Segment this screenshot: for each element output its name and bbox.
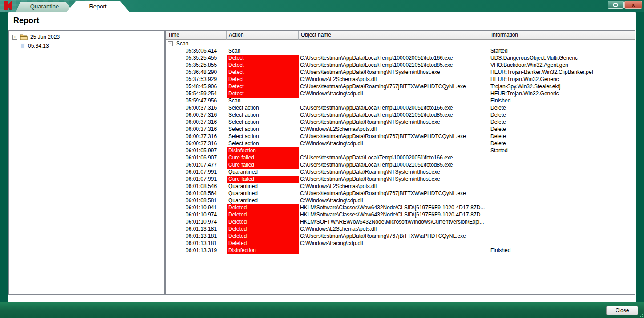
cell-time: 06:01:07.991	[186, 176, 227, 183]
table-row[interactable]: 06:01:13.181DeletedC:\Users\testman\AppD…	[166, 233, 635, 240]
cell-action: Disinfection	[227, 247, 299, 254]
table-row[interactable]: 05:59:47.956ScanFinished	[166, 98, 635, 105]
collapse-icon[interactable]: −	[168, 41, 173, 46]
cell-action: Deleted	[227, 233, 299, 240]
table-row[interactable]: 06:01:07.477Cure failedC:\Users\testman\…	[166, 162, 635, 169]
cell-action: Cure failed	[227, 155, 299, 162]
cell-time: 05:35:25.855	[186, 62, 227, 69]
cell-information: Delete	[489, 112, 634, 119]
cell-time: 06:00:37.316	[186, 119, 227, 126]
table-row[interactable]: 05:37:53.929DetectC:\Windows\L2Schemas\p…	[166, 76, 635, 83]
minimize-button[interactable]	[608, 1, 624, 9]
table-row[interactable]: 06:01:08.581QuarantinedC:\Windows\tracin…	[166, 197, 635, 204]
cell-action: Scan	[227, 98, 299, 105]
cell-object: HKLM\Software\Classes\Wow6432Node\CLSID\…	[299, 212, 489, 219]
titlebar: Quarantine Report x	[0, 0, 644, 12]
tab-quarantine[interactable]: Quarantine	[16, 2, 73, 12]
expand-icon[interactable]: +	[12, 35, 17, 40]
table-row[interactable]: 06:00:37.316Select actionC:\Users\testma…	[166, 133, 635, 140]
report-table-panel: Time Action Object name Information − Sc…	[165, 30, 635, 295]
cell-time: 06:01:13.181	[186, 240, 227, 247]
tree-item-date[interactable]: + 25 Jun 2023	[9, 33, 60, 41]
table-row[interactable]: 06:01:08.546QuarantinedC:\Windows\L2Sche…	[166, 183, 635, 190]
table-header: Time Action Object name Information	[166, 31, 635, 40]
document-icon	[20, 43, 25, 49]
cell-time: 06:01:08.546	[186, 183, 227, 190]
table-row[interactable]: 05:54:59.254DetectC:\Windows\tracing\cdp…	[166, 90, 635, 98]
table-row[interactable]: 06:00:37.316Select actionC:\Windows\trac…	[166, 140, 635, 147]
table-group-row[interactable]: − Scan	[166, 41, 635, 48]
footer-bar: Close	[0, 302, 644, 318]
cell-time: 05:37:53.929	[186, 76, 227, 83]
cell-object: C:\Users\testman\AppData\Local\Temp\1000…	[299, 112, 489, 119]
kaspersky-logo	[3, 1, 13, 11]
cell-information	[489, 197, 634, 204]
cell-time: 06:00:37.316	[186, 112, 227, 119]
cell-object: C:\Users\testman\AppData\Roaming\I767jBi…	[299, 190, 489, 197]
cell-object: C:\Users\testman\AppData\Local\Temp\1000…	[299, 105, 489, 112]
cell-action: Deleted	[227, 219, 299, 226]
cell-time: 06:00:37.316	[186, 105, 227, 112]
cell-time: 06:01:10.974	[186, 212, 227, 219]
table-row[interactable]: 06:01:13.181DeletedC:\Windows\L2Schemas\…	[166, 226, 635, 233]
cell-information: Delete	[489, 126, 634, 133]
cell-time: 06:00:37.316	[186, 126, 227, 133]
table-row[interactable]: 06:00:37.316Select actionC:\Users\testma…	[166, 119, 635, 126]
table-row[interactable]: 06:01:10.974DeletedHKLM\SOFTWARE\Wow6432…	[166, 219, 635, 226]
cell-time: 05:36:48.290	[186, 69, 227, 76]
close-button[interactable]: Close	[606, 306, 638, 315]
cell-action: Scan	[227, 48, 299, 55]
cell-time: 05:35:06.414	[186, 48, 227, 55]
cell-object	[299, 147, 489, 155]
table-row[interactable]: 06:01:06.907Cure failedC:\Users\testman\…	[166, 155, 635, 162]
cell-time: 06:00:37.316	[186, 140, 227, 147]
cell-time: 05:54:59.254	[186, 90, 227, 98]
cell-action: Detect	[227, 76, 299, 83]
table-row[interactable]: 05:48:45.906DetectC:\Users\testman\AppDa…	[166, 83, 635, 90]
minimize-icon	[613, 3, 618, 7]
table-row[interactable]: 06:01:13.181DeletedC:\Windows\tracing\cd…	[166, 240, 635, 247]
cell-information: HEUR:Trojan.Win32.Generic	[489, 76, 634, 83]
cell-object: C:\Windows\tracing\cdp.dll	[299, 90, 489, 98]
resize-grip[interactable]	[639, 313, 643, 317]
table-row[interactable]: 06:01:07.991Cure failedC:\Users\testman\…	[166, 176, 635, 183]
cell-object: C:\Users\testman\AppData\Roaming\NTSyste…	[299, 176, 489, 183]
table-row[interactable]: 06:00:37.316Select actionC:\Users\testma…	[166, 112, 635, 119]
column-header-object[interactable]: Object name	[299, 31, 489, 40]
table-row[interactable]: 06:01:10.974DeletedHKLM\Software\Classes…	[166, 212, 635, 219]
table-row[interactable]: 05:35:25.455DetectC:\Users\testman\AppDa…	[166, 55, 635, 62]
cell-information	[489, 169, 634, 176]
table-row[interactable]: 05:36:48.290DetectC:\Users\testman\AppDa…	[166, 69, 635, 76]
table-row[interactable]: 05:35:25.855DetectC:\Users\testman\AppDa…	[166, 62, 635, 69]
cell-time: 06:01:10.974	[186, 219, 227, 226]
column-header-time[interactable]: Time	[166, 31, 227, 40]
group-label: Scan	[176, 41, 188, 47]
table-row[interactable]: 06:01:13.319DisinfectionFinished	[166, 247, 635, 254]
cell-information: Trojan-Spy.Win32.Stealer.ekfj	[489, 83, 634, 90]
table-row[interactable]: 06:00:37.316Select actionC:\Users\testma…	[166, 105, 635, 112]
table-row[interactable]: 05:35:06.414ScanStarted	[166, 48, 635, 55]
tree-item-label: 25 Jun 2023	[30, 34, 60, 40]
column-header-action[interactable]: Action	[227, 31, 299, 40]
table-row[interactable]: 06:00:37.316Select actionC:\Windows\L2Sc…	[166, 126, 635, 133]
cell-time: 06:01:13.181	[186, 226, 227, 233]
tree-item-time[interactable]: 05:34:13	[9, 41, 49, 50]
cell-action: Cure failed	[227, 162, 299, 169]
cell-information	[489, 219, 634, 226]
cell-object: C:\Windows\L2Schemas\pots.dll	[299, 183, 489, 190]
column-header-information[interactable]: Information	[489, 31, 635, 40]
table-row[interactable]: 06:01:07.991QuarantinedC:\Users\testman\…	[166, 169, 635, 176]
cell-information: UDS:DangerousObject.Multi.Generic	[489, 55, 634, 62]
window-close-button[interactable]: x	[624, 1, 642, 9]
cell-object: C:\Windows\L2Schemas\pots.dll	[299, 226, 489, 233]
cell-action: Detect	[227, 69, 299, 76]
cell-information	[489, 204, 634, 212]
cell-information	[489, 226, 634, 233]
table-row[interactable]: 06:01:05.997DisinfectionStarted	[166, 147, 635, 155]
cell-information	[489, 233, 634, 240]
cell-information	[489, 176, 634, 183]
tab-report[interactable]: Report	[67, 1, 129, 12]
table-row[interactable]: 06:01:10.941DeletedHKLM\Software\Classes…	[166, 204, 635, 212]
cell-object: C:\Users\testman\AppData\Local\Temp\1000…	[299, 62, 489, 69]
table-row[interactable]: 06:01:08.564QuarantinedC:\Users\testman\…	[166, 190, 635, 197]
